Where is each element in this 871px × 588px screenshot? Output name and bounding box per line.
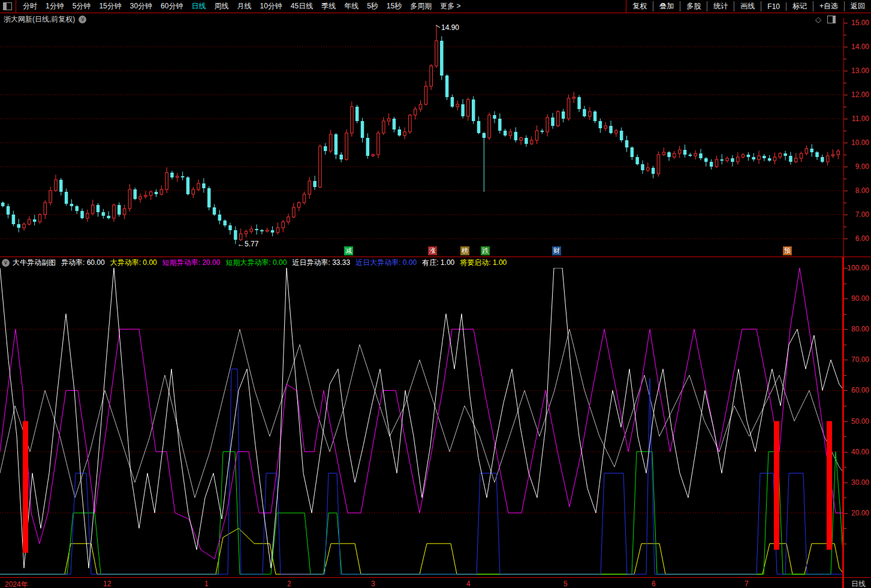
button-复权[interactable]: 复权 <box>626 1 653 11</box>
main-y-minor-tick <box>844 155 846 155</box>
x-label-6: 6 <box>652 580 656 588</box>
button-多股[interactable]: 多股 <box>680 1 707 11</box>
event-marker-财: 财 <box>552 246 561 255</box>
main-y-label: 15.00 <box>844 19 869 27</box>
indicator-collapse-icon[interactable]: ∨ <box>2 259 10 267</box>
sub-y-label: 50.00 <box>844 417 869 426</box>
tab-10分钟[interactable]: 10分钟 <box>255 2 286 10</box>
sub-y-minor-tick <box>844 497 846 498</box>
sub-y-minor-tick <box>844 544 846 544</box>
tab-45日线[interactable]: 45日线 <box>287 2 317 10</box>
tab-5分钟[interactable]: 5分钟 <box>68 2 95 10</box>
x-label-7: 7 <box>745 580 749 588</box>
period-tabs: 分时1分钟5分钟15分钟30分钟60分钟日线周线月线10分钟45日线季线年线5秒… <box>19 1 465 11</box>
x-label-2: 2 <box>287 580 291 588</box>
sub-y-minor-tick <box>844 345 846 345</box>
period-toolbar: 分时1分钟5分钟15分钟30分钟60分钟日线周线月线10分钟45日线季线年线5秒… <box>0 0 871 13</box>
main-y-tick <box>844 215 848 215</box>
main-y-minor-tick <box>844 131 846 131</box>
main-y-minor-tick <box>844 35 846 35</box>
sub-y-minor-tick <box>844 375 846 376</box>
tab-分时[interactable]: 分时 <box>19 2 41 10</box>
tab-更多 >[interactable]: 更多 > <box>436 2 465 10</box>
tab-1分钟[interactable]: 1分钟 <box>41 2 68 10</box>
low-price-annotation: ←5.77 <box>237 240 258 248</box>
main-y-minor-tick <box>844 59 846 59</box>
sub-y-label: 60.00 <box>844 386 869 394</box>
button-F10[interactable]: F10 <box>761 2 786 11</box>
main-y-tick <box>844 23 848 23</box>
main-y-minor-tick <box>844 179 846 179</box>
button-叠加[interactable]: 叠加 <box>653 1 680 11</box>
event-marker-涨: 涨 <box>428 246 437 255</box>
x-label-2024年: 2024年 <box>5 580 28 588</box>
button-画线[interactable]: 画线 <box>734 1 761 11</box>
toolbar-separator <box>16 0 16 13</box>
legend-item-短期异动率: 短期异动率: 20.00 <box>162 258 221 268</box>
button-+自选[interactable]: +自选 <box>813 1 845 11</box>
tab-季线[interactable]: 季线 <box>317 2 340 10</box>
main-y-tick <box>844 191 848 191</box>
indicator-chart[interactable] <box>0 268 844 577</box>
main-y-label: 9.00 <box>844 162 869 171</box>
tab-60分钟[interactable]: 60分钟 <box>156 2 187 10</box>
candlestick-chart[interactable] <box>0 18 844 257</box>
sub-y-minor-tick <box>844 467 846 468</box>
tab-5秒[interactable]: 5秒 <box>363 2 382 10</box>
tab-15秒[interactable]: 15秒 <box>382 2 406 10</box>
main-y-tick <box>844 95 848 95</box>
title-dropdown-icon[interactable]: ∨ <box>79 16 86 23</box>
tab-15分钟[interactable]: 15分钟 <box>95 2 125 10</box>
button-统计[interactable]: 统计 <box>707 1 734 11</box>
indicator-header: ∨ 大牛异动副图 异动率: 60.00大异动率: 0.00短期异动率: 20.0… <box>2 258 512 267</box>
sub-y-tick <box>844 483 848 483</box>
tab-日线[interactable]: 日线 <box>187 2 210 10</box>
stock-title-row[interactable]: 浙大网新(日线,前复权) ∨ <box>4 14 86 25</box>
stock-title: 浙大网新(日线,前复权) <box>4 14 75 25</box>
legend-item-异动率: 异动率: 60.00 <box>61 258 105 268</box>
main-y-tick <box>844 167 848 167</box>
sub-y-tick <box>844 298 848 299</box>
sub-y-tick <box>844 452 848 453</box>
indicator-legend: 异动率: 60.00大异动率: 0.00短期异动率: 20.00短期大异动率: … <box>61 258 512 268</box>
main-y-label: 14.00 <box>844 43 869 51</box>
window-panel-icon[interactable] <box>3 2 12 10</box>
main-y-minor-tick <box>844 83 846 83</box>
tab-多周期[interactable]: 多周期 <box>406 2 436 10</box>
tab-年线[interactable]: 年线 <box>340 2 363 10</box>
sub-y-tick <box>844 268 848 269</box>
button-标记[interactable]: 标记 <box>786 1 813 11</box>
sub-y-tick <box>844 360 848 360</box>
sub-y-minor-tick <box>844 436 846 437</box>
legend-item-将要启动: 将要启动: 1.00 <box>460 258 507 268</box>
diamond-icon[interactable]: ◇ <box>815 16 821 23</box>
sub-y-tick <box>844 329 848 330</box>
legend-item-有庄: 有庄: 1.00 <box>422 258 454 268</box>
main-y-label: 12.00 <box>844 91 869 99</box>
chart-corner-icons: ◇ <box>815 16 836 23</box>
main-y-tick <box>844 239 848 239</box>
main-y-label: 13.00 <box>844 67 869 75</box>
main-y-label: 7.00 <box>844 210 869 219</box>
legend-item-短期大异动率: 短期大异动率: 0.00 <box>225 258 287 268</box>
main-y-label: 6.00 <box>844 234 869 243</box>
main-y-tick <box>844 71 848 71</box>
button-返回[interactable]: 返回 <box>845 1 871 11</box>
main-y-tick <box>844 47 848 47</box>
main-y-tick <box>844 143 848 143</box>
main-y-label: 11.00 <box>844 114 869 123</box>
sub-y-tick <box>844 513 848 514</box>
tab-周线[interactable]: 周线 <box>210 2 233 10</box>
sub-y-label: 90.00 <box>844 294 869 303</box>
tab-月线[interactable]: 月线 <box>233 2 255 10</box>
sub-y-label: 30.00 <box>844 478 869 487</box>
x-label-12: 12 <box>103 580 111 588</box>
sub-y-minor-tick <box>844 314 846 315</box>
x-label-1: 1 <box>204 580 209 588</box>
event-marker-跌: 跌 <box>481 246 490 255</box>
split-panel-icon[interactable] <box>827 16 836 23</box>
tab-30分钟[interactable]: 30分钟 <box>126 2 156 10</box>
main-y-minor-tick <box>844 203 846 203</box>
time-axis <box>0 577 871 588</box>
main-y-label: 10.00 <box>844 138 869 147</box>
